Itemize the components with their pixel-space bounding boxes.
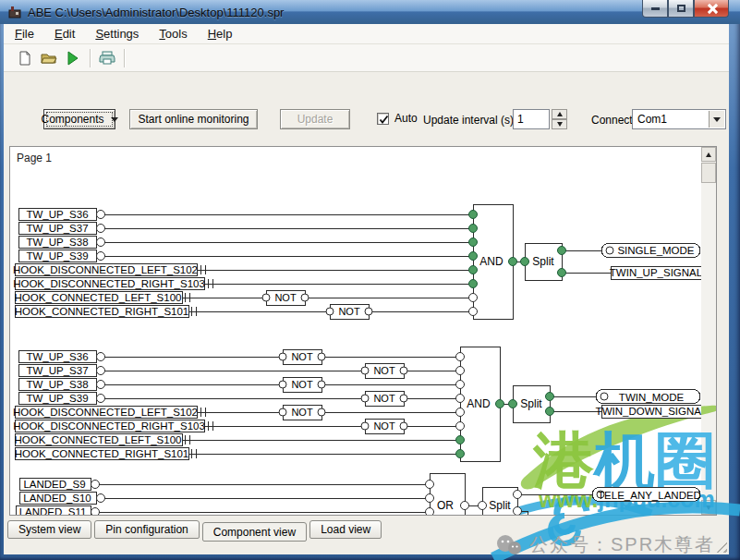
function-block-diagram: TW_UP_S36 TW_UP_S37 TW_UP_S38 TW_UP_S39 … bbox=[10, 147, 701, 515]
signal-source: TW_UP_S36 bbox=[18, 351, 105, 363]
new-document-button[interactable] bbox=[13, 47, 37, 69]
tab-pin-configuration[interactable]: Pin configuration bbox=[94, 520, 199, 539]
pin bbox=[514, 507, 522, 516]
svg-text:NOT: NOT bbox=[373, 393, 395, 404]
pin bbox=[469, 308, 478, 316]
update-interval-input[interactable]: 1 bbox=[513, 109, 550, 129]
signal-source: TW_UP_S39 bbox=[18, 393, 105, 405]
run-play-icon bbox=[67, 51, 79, 66]
pin bbox=[456, 353, 465, 361]
pin bbox=[456, 450, 465, 458]
menu-file[interactable]: File bbox=[15, 27, 34, 41]
or-gate: OR bbox=[426, 473, 469, 515]
window-title: ABE C:\Users\Administrator\Desktop\11112… bbox=[28, 6, 284, 19]
signal-source: HOOK_DISCONNECTED_LEFT_S102 bbox=[13, 264, 198, 276]
menu-settings[interactable]: Settings bbox=[95, 27, 139, 41]
tab-load-view[interactable]: Load view bbox=[309, 520, 382, 539]
output-label: TWIN_DOWN_SIGNAL bbox=[596, 406, 701, 417]
auto-checkbox[interactable] bbox=[377, 113, 389, 125]
pin bbox=[456, 381, 465, 389]
signal-label: LANDED_S11 bbox=[19, 506, 87, 515]
output-label: TWIN_MODE bbox=[619, 392, 685, 403]
signal-source: HOOK_DISCONNECTED_RIGHT_S103 bbox=[13, 420, 205, 432]
signal-source: TW_UP_S38 bbox=[18, 237, 105, 249]
pin bbox=[426, 494, 434, 503]
diagram-canvas: 港 机 圈 www.jnpdd.com Page 1 TW_UP_S36 TW_… bbox=[9, 146, 717, 516]
minimize-button[interactable] bbox=[642, 0, 668, 18]
signal-source: TW_UP_S37 bbox=[18, 365, 105, 377]
logic-group-3: LANDED_S9 LANDED_S10 LANDED_S11 OR Split bbox=[16, 473, 701, 515]
pin bbox=[456, 367, 465, 375]
connection-combobox[interactable]: Com1 bbox=[632, 109, 726, 129]
run-button[interactable] bbox=[61, 47, 85, 69]
signal-label: HOOK_CONNECTED_RIGHT_S101 bbox=[15, 306, 189, 317]
chevron-down-icon bbox=[713, 117, 721, 122]
connection-value: Com1 bbox=[637, 113, 667, 126]
arrow-down-icon bbox=[557, 122, 563, 127]
pin bbox=[456, 422, 465, 431]
signal-source: TW_UP_S38 bbox=[18, 379, 105, 391]
close-button[interactable] bbox=[694, 0, 729, 18]
signal-label: HOOK_DISCONNECTED_LEFT_S102 bbox=[13, 407, 198, 418]
pin bbox=[469, 238, 478, 247]
spinner-up-button[interactable] bbox=[552, 109, 567, 119]
pin bbox=[521, 258, 529, 266]
pin bbox=[456, 436, 465, 444]
open-file-button[interactable] bbox=[37, 47, 61, 69]
menu-help[interactable]: Help bbox=[208, 27, 233, 41]
svg-text:NOT: NOT bbox=[291, 407, 313, 418]
pin bbox=[469, 252, 478, 261]
arrow-up-icon bbox=[557, 112, 563, 116]
components-dropdown-button[interactable]: Components bbox=[43, 109, 115, 129]
scroll-down-button[interactable] bbox=[701, 500, 716, 515]
maximize-icon bbox=[677, 5, 685, 12]
pin bbox=[456, 408, 465, 417]
not-gate: NOT bbox=[279, 377, 325, 392]
app-icon bbox=[7, 5, 22, 19]
minimize-icon bbox=[651, 7, 660, 10]
update-button[interactable]: Update bbox=[280, 109, 350, 129]
output-label: SINGLE_MODE bbox=[617, 245, 694, 256]
start-monitoring-button[interactable]: Start online monitoring bbox=[129, 109, 258, 129]
svg-text:AND: AND bbox=[467, 397, 491, 410]
svg-text:NOT: NOT bbox=[373, 365, 395, 376]
pin bbox=[558, 247, 566, 255]
menu-tools[interactable]: Tools bbox=[159, 27, 187, 41]
resize-grip[interactable] bbox=[715, 541, 727, 553]
vertical-scrollbar[interactable] bbox=[701, 147, 716, 515]
svg-text:NOT: NOT bbox=[291, 379, 313, 390]
pin bbox=[469, 294, 478, 302]
output-oval: SINGLE_MODE bbox=[601, 244, 700, 258]
svg-text:AND: AND bbox=[479, 255, 503, 268]
split-block: Split bbox=[521, 243, 566, 280]
tab-system-view[interactable]: System view bbox=[7, 520, 91, 539]
svg-text:NOT: NOT bbox=[373, 420, 395, 432]
scrollbar-thumb[interactable] bbox=[701, 163, 716, 183]
tab-component-view[interactable]: Component view bbox=[202, 522, 307, 542]
new-document-icon bbox=[18, 51, 32, 66]
auto-label: Auto bbox=[394, 112, 418, 125]
toolbar-separator bbox=[90, 49, 91, 67]
and-gate: AND bbox=[456, 347, 504, 461]
svg-text:Split: Split bbox=[489, 499, 511, 512]
update-interval-label: Update interval (s) : bbox=[423, 114, 520, 127]
svg-text:OR: OR bbox=[437, 499, 454, 512]
print-button[interactable] bbox=[95, 47, 119, 69]
scroll-up-button[interactable] bbox=[701, 147, 716, 162]
maximize-button[interactable] bbox=[668, 0, 694, 18]
close-icon bbox=[707, 4, 717, 14]
signal-label: TW_UP_S36 bbox=[26, 209, 88, 220]
svg-text:NOT: NOT bbox=[291, 351, 313, 362]
signal-source: HOOK_DISCONNECTED_RIGHT_S103 bbox=[13, 278, 205, 290]
toolbar-separator bbox=[124, 49, 125, 67]
title-bar[interactable]: ABE C:\Users\Administrator\Desktop\11112… bbox=[0, 0, 740, 24]
signal-label: HOOK_DISCONNECTED_RIGHT_S103 bbox=[13, 278, 205, 289]
spinner-down-button[interactable] bbox=[552, 119, 567, 129]
chevron-down-icon bbox=[111, 117, 118, 122]
signal-source: HOOK_CONNECTED_LEFT_S100 bbox=[15, 434, 182, 446]
signal-source: TW_UP_S39 bbox=[18, 250, 105, 262]
combo-drop-button[interactable] bbox=[709, 111, 724, 128]
menu-edit[interactable]: Edit bbox=[55, 27, 75, 41]
not-gate: NOT bbox=[262, 290, 309, 305]
app-window: ABE C:\Users\Administrator\Desktop\11112… bbox=[0, 0, 740, 560]
